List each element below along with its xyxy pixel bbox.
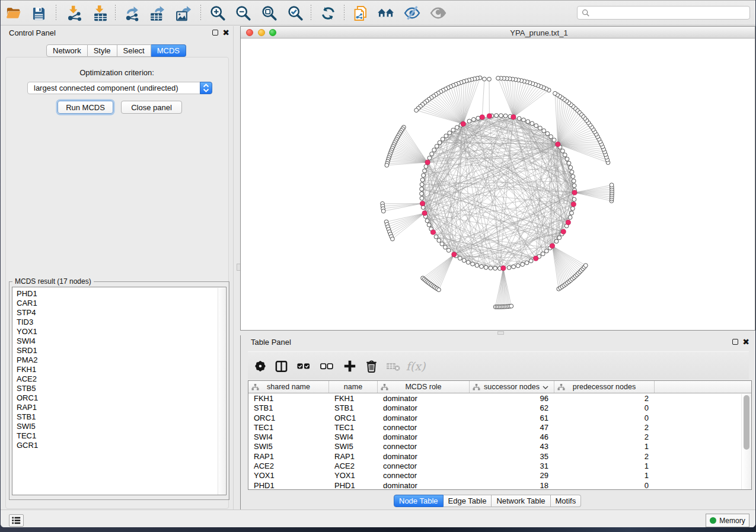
mcds-result-item[interactable]: RAP1 bbox=[17, 403, 226, 412]
network-node bbox=[435, 144, 439, 148]
table-row[interactable]: SWI4SWI4dominator462 bbox=[248, 432, 751, 442]
mcds-result-item[interactable]: ORC1 bbox=[17, 393, 226, 403]
table-row[interactable]: FKH1FKH1dominator962 bbox=[248, 394, 751, 403]
save-session-icon[interactable] bbox=[29, 4, 48, 23]
tab-node-table[interactable]: Node Table bbox=[394, 495, 444, 507]
tab-network-table[interactable]: Network Table bbox=[492, 495, 550, 507]
criterion-dropdown[interactable]: largest connected component (undirected) bbox=[27, 82, 212, 94]
network-node bbox=[567, 161, 571, 165]
mcds-result-item[interactable]: PHD1 bbox=[17, 289, 226, 299]
table-row[interactable]: YOX1YOX1connector291 bbox=[248, 471, 751, 480]
show-columns-icon[interactable] bbox=[272, 358, 290, 374]
mcds-result-list[interactable]: PHD1CAR1STP4TID3YOX1SWI4SRD1PMA2FKH1ACE2… bbox=[12, 287, 227, 495]
network-node bbox=[516, 264, 520, 268]
close-panel-icon[interactable]: ✖ bbox=[742, 338, 749, 345]
mcds-node bbox=[452, 252, 457, 257]
float-panel-icon[interactable] bbox=[732, 339, 738, 345]
mcds-result-item[interactable]: STB1 bbox=[17, 412, 226, 422]
table-row[interactable]: SWI5SWI5connector431 bbox=[248, 442, 751, 451]
table-scrollbar[interactable] bbox=[741, 394, 751, 489]
sort-chevron-icon bbox=[543, 386, 548, 389]
network-node bbox=[483, 77, 487, 81]
tab-network[interactable]: Network bbox=[46, 44, 88, 57]
mcds-result-item[interactable]: STP4 bbox=[17, 308, 226, 318]
export-network-icon[interactable] bbox=[122, 4, 141, 23]
mcds-result-item[interactable]: SWI5 bbox=[17, 422, 226, 431]
network-window-titlebar[interactable]: YPA_prune.txt_1 bbox=[241, 27, 755, 39]
table-scrollbar-thumb[interactable] bbox=[744, 395, 749, 450]
mcds-result-item[interactable]: PMA2 bbox=[17, 355, 226, 365]
horizontal-splitter-handle[interactable] bbox=[497, 331, 504, 335]
table-row[interactable]: TEC1TEC1connector472 bbox=[248, 423, 751, 432]
table-row[interactable]: ACE2ACE2connector311 bbox=[248, 462, 751, 471]
export-image-icon[interactable] bbox=[174, 4, 193, 23]
table-cell: 47 bbox=[470, 423, 554, 432]
table-cell: SWI4 bbox=[329, 432, 378, 442]
close-panel-button[interactable]: Close panel bbox=[121, 101, 182, 114]
table-row[interactable]: PHD1PHD1dominator180 bbox=[248, 481, 751, 491]
zoom-selected-icon[interactable] bbox=[286, 4, 305, 23]
tab-style[interactable]: Style bbox=[88, 44, 117, 57]
table-cell: 0 bbox=[554, 414, 655, 423]
mcds-result-item[interactable]: ACE2 bbox=[17, 374, 226, 384]
zoom-out-icon[interactable] bbox=[234, 4, 253, 23]
search-input[interactable] bbox=[577, 6, 750, 20]
mcds-result-item[interactable]: YOX1 bbox=[17, 327, 226, 336]
panel-menu-button[interactable] bbox=[9, 514, 24, 527]
zoom-fit-icon[interactable] bbox=[260, 4, 279, 23]
network-node bbox=[571, 175, 575, 179]
table-cell: FKH1 bbox=[248, 394, 329, 403]
dropdown-stepper-icon bbox=[200, 82, 212, 94]
export-table-icon[interactable] bbox=[148, 4, 167, 23]
network-canvas[interactable] bbox=[241, 39, 755, 330]
mcds-node bbox=[430, 230, 435, 235]
open-file-icon[interactable] bbox=[4, 4, 23, 23]
mcds-result-item[interactable]: CAR1 bbox=[17, 299, 226, 308]
memory-button[interactable]: Memory bbox=[706, 514, 749, 527]
delete-row-icon[interactable] bbox=[362, 358, 380, 374]
network-graph[interactable] bbox=[241, 39, 755, 330]
column-header-name[interactable]: name bbox=[329, 381, 378, 393]
table-row[interactable]: RAP1RAP1dominator352 bbox=[248, 452, 751, 462]
close-panel-icon[interactable]: ✖ bbox=[222, 29, 229, 36]
select-all-checkboxes-icon[interactable] bbox=[295, 358, 312, 374]
column-header-successor-nodes[interactable]: successor nodes bbox=[470, 381, 554, 393]
tab-motifs[interactable]: Motifs bbox=[551, 495, 582, 507]
mcds-result-item[interactable]: STB5 bbox=[17, 384, 226, 393]
mcds-result-item[interactable]: GCR1 bbox=[17, 441, 226, 450]
import-network-icon[interactable] bbox=[65, 4, 84, 23]
mcds-result-item[interactable]: TEC1 bbox=[17, 431, 226, 441]
tab-edge-table[interactable]: Edge Table bbox=[444, 495, 492, 507]
run-mcds-button[interactable]: Run MCDS bbox=[58, 101, 113, 114]
unselect-all-checkboxes-icon[interactable] bbox=[318, 358, 336, 374]
column-header-MCDS-role[interactable]: MCDS role bbox=[378, 381, 470, 393]
network-node bbox=[565, 157, 569, 161]
mcds-result-item[interactable]: SRD1 bbox=[17, 346, 226, 355]
column-header-predecessor-nodes[interactable]: predecessor nodes bbox=[554, 381, 655, 393]
copy-network-icon[interactable] bbox=[350, 4, 369, 23]
home-houses-icon[interactable] bbox=[377, 4, 395, 23]
mcds-list-scrollbar[interactable] bbox=[218, 288, 225, 495]
import-table-icon[interactable] bbox=[91, 4, 110, 23]
mcds-result-item[interactable]: FKH1 bbox=[17, 365, 226, 374]
tab-select[interactable]: Select bbox=[117, 44, 151, 57]
zoom-in-icon[interactable] bbox=[208, 4, 227, 23]
table-row[interactable]: ORC1ORC1dominator610 bbox=[248, 414, 751, 423]
float-panel-icon[interactable] bbox=[212, 30, 218, 36]
table-panel-titlebar: Table Panel ✖ bbox=[241, 335, 755, 350]
hide-eye-icon[interactable] bbox=[403, 4, 422, 23]
table-row[interactable]: STB1STB1dominator620 bbox=[248, 403, 751, 413]
column-header-shared-name[interactable]: shared name bbox=[248, 381, 329, 393]
attribute-type-icon bbox=[381, 384, 388, 390]
table-cell: dominator bbox=[378, 452, 470, 462]
show-eye-icon[interactable] bbox=[429, 4, 448, 23]
mcds-result-item[interactable]: SWI4 bbox=[17, 336, 226, 346]
table-cell: 43 bbox=[470, 442, 554, 451]
add-column-icon[interactable] bbox=[341, 358, 359, 374]
network-node bbox=[610, 183, 614, 187]
status-bar: Memory bbox=[1, 509, 755, 527]
table-settings-gear-icon[interactable] bbox=[251, 358, 269, 374]
mcds-result-item[interactable]: TID3 bbox=[17, 318, 226, 327]
tab-mcds[interactable]: MCDS bbox=[151, 44, 186, 57]
refresh-layout-icon[interactable] bbox=[318, 4, 337, 23]
